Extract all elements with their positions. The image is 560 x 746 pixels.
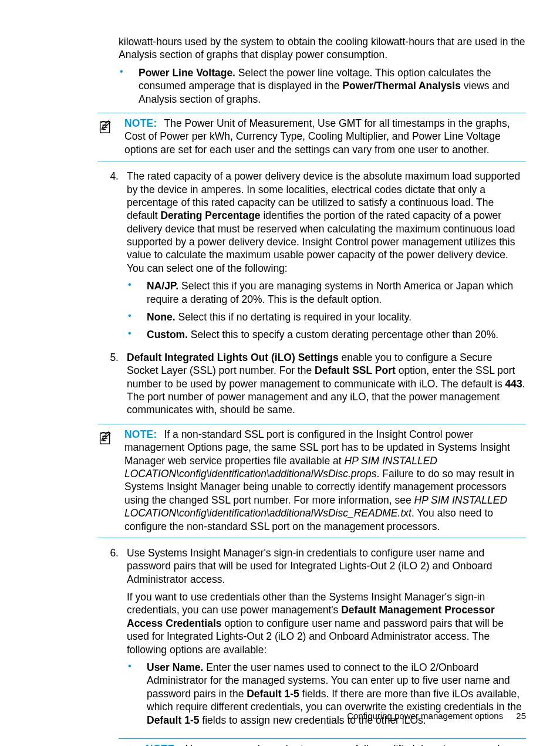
note-rule-bottom (97, 538, 526, 538)
najp-label: NA/JP. (147, 280, 178, 292)
note-label: NOTE: (146, 743, 178, 746)
pvolt-label: Power Line Voltage. (139, 67, 235, 79)
body-content: kilowatt-hours used by the system to obt… (97, 35, 526, 746)
note-rule-top (97, 113, 526, 113)
carryover-text: kilowatt-hours used by the system to obt… (119, 35, 526, 62)
note-text: NOTE:User name can be a short name or a … (146, 742, 526, 746)
i5-b3: 443 (505, 378, 522, 390)
i5-b1: Default Integrated Lights Out (iLO) Sett… (127, 352, 339, 363)
note-label: NOTE: (124, 117, 157, 129)
note-icon (97, 117, 124, 139)
none-label: None. (147, 311, 176, 323)
bullet-dot-icon: • (127, 661, 147, 727)
bullet-najp: • NA/JP. Select this if you are managing… (127, 279, 526, 306)
note-text: NOTE:If a non-standard SSL port is confi… (124, 428, 526, 533)
note-block-2: NOTE:If a non-standard SSL port is confi… (97, 424, 526, 538)
i4-b1: Derating Percentage (160, 210, 260, 221)
i6-p1: Use Systems Insight Manager's sign-in cr… (127, 546, 526, 586)
bullet-power-line-voltage: • Power Line Voltage. Select the power l… (119, 66, 526, 106)
note-block-3: NOTE:User name can be a short name or a … (119, 738, 526, 746)
note-rule-top (119, 738, 526, 739)
ol-body: Use Systems Insight Manager's sign-in cr… (127, 546, 526, 731)
un-b2: Default 1-5 (147, 714, 199, 726)
custom-label: Custom. (147, 329, 188, 340)
page-number: 25 (516, 711, 526, 721)
custom-text: Select this to specify a custom derating… (188, 329, 498, 340)
najp-text: Select this if you are managing systems … (147, 280, 513, 305)
page-footer: Configuring power management options 25 (347, 710, 526, 721)
note-icon (97, 428, 124, 450)
note1-body: The Power Unit of Measurement, Use GMT f… (124, 117, 510, 156)
ol-number: 6. (97, 546, 127, 731)
document-page: kilowatt-hours used by the system to obt… (0, 0, 560, 746)
note-rule-top (97, 424, 526, 424)
note-label: NOTE: (124, 428, 157, 440)
footer-section: Configuring power management options (347, 711, 503, 721)
bullet-dot-icon: • (127, 279, 147, 306)
none-text: Select this if no dertating is required … (176, 311, 411, 323)
ol-item-5: 5. Default Integrated Lights Out (iLO) S… (97, 351, 526, 417)
ol-body: Default Integrated Lights Out (iLO) Sett… (127, 351, 526, 417)
bullet-dot-icon: • (119, 66, 139, 106)
bullet-custom: • Custom. Select this to specify a custo… (127, 328, 526, 341)
n2-a: If a non-standard SSL port is configured… (124, 428, 510, 467)
pvolt-b1: Power/Thermal Analysis (342, 80, 461, 92)
ol-item-6: 6. Use Systems Insight Manager's sign-in… (97, 546, 526, 731)
n3-text: User name can be a short name or a fully… (146, 743, 500, 746)
note-text: NOTE:The Power Unit of Measurement, Use … (124, 117, 526, 156)
un-b1: Default 1-5 (247, 688, 299, 700)
bullet-dot-icon: • (127, 310, 147, 323)
carryover-block: kilowatt-hours used by the system to obt… (119, 35, 526, 106)
note-icon (119, 742, 146, 746)
ol-body: The rated capacity of a power delivery d… (127, 170, 526, 346)
un-label: User Name. (147, 661, 203, 673)
ol-number: 4. (97, 170, 127, 346)
ol-item-4: 4. The rated capacity of a power deliver… (97, 170, 526, 346)
note-rule-bottom (97, 161, 526, 161)
note-block-1: NOTE:The Power Unit of Measurement, Use … (97, 113, 526, 161)
ol-number: 5. (97, 351, 127, 417)
i5-b2: Default SSL Port (315, 364, 396, 376)
bullet-dot-icon: • (127, 328, 147, 341)
list-item-body: Power Line Voltage. Select the power lin… (139, 66, 526, 106)
bullet-none: • None. Select this if no dertating is r… (127, 310, 526, 323)
